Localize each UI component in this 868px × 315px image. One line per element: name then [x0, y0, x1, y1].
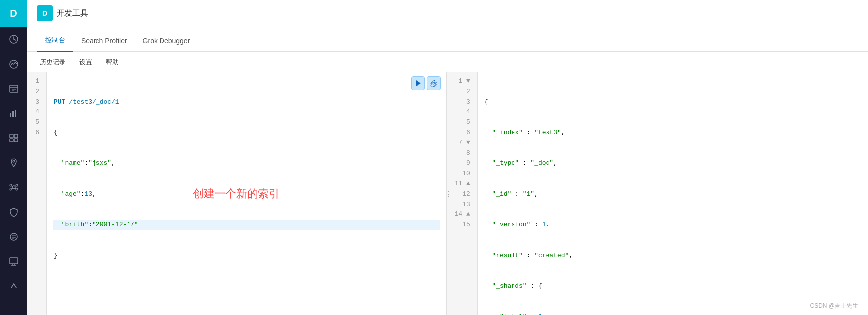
output-line-2: "_index" : "test3", — [483, 128, 862, 138]
action-buttons — [411, 76, 441, 90]
tab-grok-debugger[interactable]: Grok Debugger — [135, 31, 198, 52]
pane-divider[interactable]: ⋮ — [446, 72, 450, 315]
tab-console[interactable]: 控制台 — [37, 30, 73, 52]
settings-button[interactable]: 设置 — [76, 56, 95, 69]
output-line-6: "result" : "created", — [483, 251, 862, 261]
code-line-2: { — [53, 128, 440, 138]
history-button[interactable]: 历史记录 — [37, 56, 68, 69]
code-line-3: "name":"jsxs", — [53, 158, 440, 169]
main-content: D 开发工具 控制台 Search Profiler Grok Debugger… — [27, 0, 868, 315]
sidebar-item-dashboard[interactable] — [0, 52, 27, 76]
sidebar-item-apm[interactable] — [0, 249, 27, 274]
code-line-1: PUT /test3/_doc/1 — [53, 97, 440, 107]
sidebar-item-security[interactable] — [0, 200, 27, 224]
output-line-4: "_id" : "1", — [483, 189, 862, 200]
output-line-7: "_shards" : { — [483, 281, 862, 292]
tab-search-profiler[interactable]: Search Profiler — [73, 31, 135, 52]
code-editor[interactable]: 1 2 3 4 5 6 PUT /test3/_doc/1 { "name":"… — [27, 72, 446, 315]
output-line-5: "_version" : 1, — [483, 220, 862, 230]
output-text: { "_index" : "test3", "_type" : "_doc", … — [478, 72, 868, 315]
svg-point-17 — [10, 188, 12, 190]
svg-point-15 — [10, 184, 12, 186]
svg-point-23 — [10, 233, 17, 240]
svg-point-32 — [433, 82, 435, 84]
output-code: 1 ▼ 2 3 4 5 6 7 ▼ 8 9 10 11 ▲ 12 13 14 ▲… — [450, 72, 868, 315]
code-line-4: "age":13, — [53, 189, 440, 200]
code-text[interactable]: PUT /test3/_doc/1 { "name":"jsxs", "age"… — [47, 72, 446, 315]
svg-rect-11 — [10, 139, 13, 142]
svg-rect-9 — [10, 134, 13, 138]
svg-point-16 — [16, 184, 18, 186]
sidebar-item-discover[interactable] — [0, 76, 27, 101]
settings-tools-button[interactable] — [427, 76, 441, 90]
sidebar-item-clock[interactable] — [0, 27, 27, 52]
svg-rect-10 — [14, 134, 18, 138]
topbar: D 开发工具 — [27, 0, 868, 27]
svg-point-14 — [12, 186, 15, 189]
line-numbers: 1 2 3 4 5 6 — [27, 72, 47, 315]
svg-rect-12 — [14, 139, 18, 142]
output-line-1: { — [483, 97, 862, 107]
app-logo[interactable]: D — [0, 0, 27, 27]
sidebar-item-ml[interactable] — [0, 175, 27, 200]
svg-marker-31 — [416, 80, 421, 86]
help-button[interactable]: 帮助 — [103, 56, 122, 69]
output-pane: 1 ▼ 2 3 4 5 6 7 ▼ 8 9 10 11 ▲ 12 13 14 ▲… — [450, 72, 868, 315]
sidebar-item-maps[interactable] — [0, 150, 27, 175]
code-line-6: } — [53, 251, 440, 261]
app-header: D 开发工具 — [37, 5, 88, 21]
svg-rect-2 — [10, 85, 18, 92]
svg-point-13 — [13, 160, 15, 162]
editor-pane: 1 2 3 4 5 6 PUT /test3/_doc/1 { "name":"… — [27, 72, 446, 315]
nav-tabs: 控制台 Search Profiler Grok Debugger — [27, 27, 868, 52]
app-icon: D — [37, 5, 53, 21]
sidebar-item-canvas[interactable] — [0, 126, 27, 150]
output-line-8: "total" : 2, — [483, 312, 862, 315]
sidebar-item-logs[interactable] — [0, 224, 27, 249]
toolbar: 历史记录 设置 帮助 — [27, 52, 868, 72]
svg-point-18 — [16, 188, 18, 190]
sidebar: D — [0, 0, 27, 315]
sidebar-item-up[interactable] — [0, 274, 27, 298]
app-title: 开发工具 — [57, 8, 88, 19]
svg-rect-6 — [10, 113, 11, 117]
output-line-3: "_type" : "_doc", — [483, 158, 862, 169]
sidebar-item-visualize[interactable] — [0, 101, 27, 126]
svg-rect-27 — [10, 258, 18, 264]
run-button[interactable] — [411, 76, 425, 90]
editor-area: 1 2 3 4 5 6 PUT /test3/_doc/1 { "name":"… — [27, 72, 868, 315]
code-line-5: "brith":"2001-12-17" — [53, 220, 440, 230]
output-line-numbers: 1 ▼ 2 3 4 5 6 7 ▼ 8 9 10 11 ▲ 12 13 14 ▲… — [450, 72, 478, 315]
svg-rect-8 — [15, 110, 16, 117]
svg-rect-7 — [12, 111, 14, 117]
